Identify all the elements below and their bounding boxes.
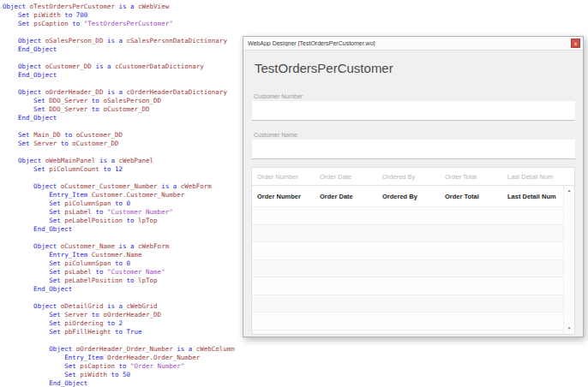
grid-filler-cell: Last Detail Num — [502, 193, 565, 200]
webapp-designer-window: WebApp Designer [TestOrdersPerCustomer.w… — [243, 36, 584, 337]
code-line: End_Object — [3, 379, 235, 387]
code-line — [3, 148, 235, 157]
grid-filler-cell: Order Date — [315, 193, 377, 200]
grid-empty-rows — [252, 207, 574, 335]
code-line — [3, 294, 235, 302]
code-line: End_Object — [3, 71, 235, 80]
grid-filler-cell: Ordered By — [377, 193, 440, 200]
code-line: End_Object — [3, 45, 235, 54]
code-line — [3, 122, 235, 131]
code-line: Set piWidth to 50 — [3, 371, 235, 379]
window-titlebar[interactable]: WebApp Designer [TestOrdersPerCustomer.w… — [243, 37, 583, 51]
grid-scrollbar[interactable]: ▴ ▾ — [563, 186, 574, 334]
close-icon[interactable]: x — [571, 39, 580, 48]
code-line: Set Main_DD to oCustomer_DD — [3, 131, 235, 140]
grid-empty-row — [252, 313, 574, 330]
grid-header-cell[interactable]: Order Number — [252, 173, 315, 181]
code-line: Set peLabelPosition to lpTop — [3, 277, 235, 285]
code-line — [3, 54, 235, 63]
customer-name-label: Customer Name — [254, 132, 297, 138]
code-line: Set psLabel to "Customer Number" — [3, 208, 235, 217]
scroll-up-icon[interactable]: ▴ — [564, 187, 574, 194]
code-line: Set psCaption to "TestOrdersPerCustomer" — [3, 20, 235, 28]
code-line: Set pbFillHeight to True — [3, 328, 235, 336]
grid-empty-row — [252, 277, 574, 295]
code-line: Set DDO_Server to oSalesPerson_DD — [3, 97, 235, 105]
code-line: Object oCustomer_DD is a cCustomerDataDi… — [3, 63, 235, 71]
code-line — [3, 234, 235, 242]
customer-name-input[interactable] — [252, 140, 575, 159]
code-line: Object oTestOrdersPerCustomer is a cWebV… — [3, 3, 235, 11]
grid-empty-row — [252, 207, 574, 225]
code-line: Object oCustomer_Customer_Number is a cW… — [3, 182, 235, 191]
code-line: Set DDO_Server to oCustomer_DD — [3, 105, 235, 114]
code-line: Set piColumnSpan to 0 — [3, 259, 235, 268]
code-editor-pane[interactable]: Object oTestOrdersPerCustomer is a cWebV… — [3, 3, 235, 387]
code-line — [3, 80, 235, 88]
code-line: Set psLabel to "Customer Name" — [3, 268, 235, 277]
code-line: Set peLabelPosition to lpTop — [3, 217, 235, 225]
code-line: Set Server to oOrderHeader_DD — [3, 311, 235, 319]
code-line: Entry_Item Customer.Name — [3, 251, 235, 259]
grid-header-row: Order NumberOrder DateOrdered ByOrder To… — [252, 168, 574, 186]
code-line — [3, 28, 235, 37]
grid-header-cell[interactable]: Last Detail Num — [502, 173, 565, 181]
code-line: Set piColumnSpan to 0 — [3, 199, 235, 208]
code-line: Object oCustomer_Name is a cWebForm — [3, 242, 235, 251]
customer-number-input[interactable] — [252, 101, 575, 121]
code-line: Object oOrderHeader_Order_Number is a cW… — [3, 345, 235, 354]
code-line: Set Server to oCustomer_DD — [3, 140, 235, 148]
scroll-down-icon[interactable]: ▾ — [564, 324, 574, 332]
orders-grid: Order NumberOrder DateOrdered ByOrder To… — [251, 167, 575, 335]
code-line: Object oOrderHeader_DD is a cOrderHeader… — [3, 88, 235, 97]
customer-number-label: Customer Number — [254, 93, 303, 99]
code-line: Set piWidth to 700 — [3, 11, 235, 20]
code-line: Object oSalesPerson_DD is a cSalesPerson… — [3, 37, 235, 45]
code-line: Object oDetailGrid is a cWebGrid — [3, 302, 235, 311]
code-line — [3, 174, 235, 182]
code-line: Object oWebMainPanel is a cWebPanel — [3, 157, 235, 165]
code-line: End_Object — [3, 114, 235, 122]
code-line: End_Object — [3, 225, 235, 234]
code-line — [3, 336, 235, 345]
code-line: Entry_Item OrderHeader.Order_Number — [3, 354, 235, 362]
code-line: Set piColumnCount to 12 — [3, 165, 235, 174]
grid-header-cell[interactable]: Order Total — [440, 173, 502, 181]
grid-empty-row — [252, 330, 574, 336]
grid-filler-row[interactable]: Order NumberOrder DateOrdered ByOrder To… — [252, 186, 574, 207]
grid-filler-cell: Order Total — [440, 193, 502, 200]
grid-header-cell[interactable]: Ordered By — [377, 173, 440, 181]
grid-header-cell[interactable]: Order Date — [315, 173, 377, 181]
grid-empty-row — [252, 242, 574, 260]
designer-canvas: TestOrdersPerCustomer Customer Number Cu… — [243, 51, 583, 336]
grid-empty-row — [252, 260, 574, 278]
page-title: TestOrdersPerCustomer — [255, 61, 393, 75]
grid-empty-row — [252, 295, 574, 313]
code-line: End_Object — [3, 285, 235, 294]
grid-empty-row — [252, 225, 574, 243]
code-line: Set psCaption to "Order Number" — [3, 362, 235, 371]
code-line: Entry_Item Customer.Customer_Number — [3, 191, 235, 199]
window-title: WebApp Designer [TestOrdersPerCustomer.w… — [248, 40, 571, 46]
code-line: Set piOrdering to 2 — [3, 319, 235, 328]
grid-filler-cell: Order Number — [252, 193, 315, 200]
